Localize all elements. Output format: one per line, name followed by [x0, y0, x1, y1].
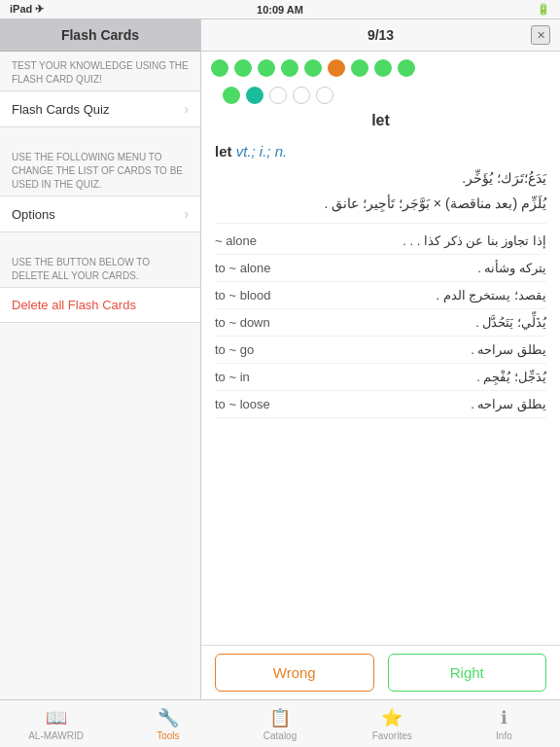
phrase-row: to ~ looseيطلق سراحه .: [215, 391, 546, 418]
tab-bar: 📖AL-MAWRID🔧Tools📋Catalog⭐FavoritesℹInfo: [0, 699, 560, 747]
close-button[interactable]: ✕: [531, 25, 550, 45]
tab-label-catalog: Catalog: [263, 730, 297, 741]
tab-label-info: Info: [496, 730, 512, 741]
right-button[interactable]: Right: [388, 654, 547, 692]
left-panel: Flash Cards TEST YOUR KNOWLEDGE USING TH…: [0, 19, 201, 699]
main-layout: Flash Cards TEST YOUR KNOWLEDGE USING TH…: [0, 19, 560, 699]
phrases-list: ~ aloneإذا تجاوز بنا عن ذكر كذا . . .to …: [215, 228, 546, 418]
arabic-secondary: يُلَزِّم (بعد مناقصة) × بَوَّجَر؛ تَأجِي…: [215, 193, 546, 214]
phrase-arabic: يطلق سراحه .: [341, 397, 546, 411]
phrase-row: to ~ bloodيقصد؛ يستخرج الدم .: [215, 282, 546, 309]
chevron-right-icon-options: ›: [184, 206, 189, 222]
wrong-button[interactable]: Wrong: [215, 654, 374, 692]
tab-icon-al-mawrid: 📖: [46, 707, 67, 729]
progress-dot: [258, 59, 275, 77]
right-panel: 9/13 ✕ let let vt.; i.; n. يَدَعُ؛تَرَك؛…: [201, 19, 560, 699]
progress-dot: [351, 59, 368, 77]
progress-dot: [316, 87, 333, 104]
delete-all-button[interactable]: Delete all Flash Cards: [0, 287, 200, 323]
flash-cards-quiz-label: Flash Cards Quiz: [12, 102, 109, 117]
progress-dot: [281, 59, 298, 77]
phrase-arabic: يطلق سراحه .: [341, 342, 546, 357]
tab-icon-catalog: 📋: [269, 707, 291, 729]
section3-text: USE THE BUTTON BELOW TO DELETE ALL YOUR …: [0, 248, 200, 287]
tab-favorites[interactable]: ⭐Favorites: [336, 703, 448, 745]
phrase-arabic: يُذَلِّي؛ يَتَحُدَّل .: [341, 315, 546, 330]
phrase-row: ~ aloneإذا تجاوز بنا عن ذكر كذا . . .: [215, 228, 546, 255]
phrase-english: to ~ alone: [215, 261, 332, 275]
phrase-row: to ~ downيُذَلِّي؛ يَتَحُدَّل .: [215, 309, 546, 337]
main-entry: let vt.; i.; n.: [215, 143, 546, 160]
tab-catalog[interactable]: 📋Catalog: [224, 703, 335, 745]
tab-label-al-mawrid: AL-MAWRID: [28, 730, 84, 741]
progress-dot: [374, 59, 392, 77]
tab-tools[interactable]: 🔧Tools: [112, 703, 224, 745]
progress-dot: [293, 87, 310, 104]
progress-dots: [211, 59, 550, 104]
phrase-row: to ~ inيُدَجِّل؛ يُفْجِم .: [215, 364, 546, 391]
status-bar: iPad ✈ 10:09 AM 🔋: [0, 0, 560, 19]
phrase-arabic: يتركه وشأنه .: [341, 261, 546, 275]
phrase-english: to ~ loose: [215, 397, 332, 411]
dictionary-content: let vt.; i.; n. يَدَعُ؛تَرَك؛ يُؤَخِّر. …: [201, 135, 560, 645]
phrase-arabic: يُدَجِّل؛ يُفْجِم .: [341, 370, 546, 384]
section-gap-2: [0, 232, 200, 248]
phrase-english: to ~ go: [215, 342, 332, 357]
bottom-buttons: Wrong Right: [201, 645, 560, 699]
tab-label-favorites: Favorites: [372, 730, 412, 741]
phrase-english: to ~ blood: [215, 288, 332, 302]
status-left: iPad ✈: [10, 3, 44, 16]
tab-label-tools: Tools: [157, 730, 179, 741]
dots-area: [201, 52, 560, 108]
tab-icon-favorites: ⭐: [381, 707, 402, 729]
phrase-english: to ~ down: [215, 315, 332, 330]
section2-text: USE THE FOLLOWING MENU TO CHANGE THE LIS…: [0, 143, 200, 196]
progress-dot: [398, 59, 415, 77]
arabic-main: يَدَعُ؛تَرَك؛ يُؤَخِّر.: [215, 167, 546, 189]
progress-dot: [234, 59, 252, 77]
phrase-english: to ~ in: [215, 370, 332, 384]
phrase-arabic: إذا تجاوز بنا عن ذكر كذا . . .: [341, 233, 546, 248]
status-time: 10:09 AM: [257, 4, 303, 16]
tab-info[interactable]: ℹInfo: [448, 703, 560, 745]
word-title: let: [201, 108, 560, 135]
section1-text: TEST YOUR KNOWLEDGE USING THE FLASH CARD…: [0, 52, 200, 90]
progress-dot: [269, 87, 287, 104]
left-panel-header: Flash Cards: [0, 19, 200, 52]
progress-dot: [246, 87, 263, 104]
progress-dot: [304, 59, 322, 77]
phrase-row: to ~ aloneيتركه وشأنه .: [215, 255, 546, 282]
tab-almawrid[interactable]: 📖AL-MAWRID: [0, 703, 112, 745]
phrase-row: to ~ goيطلق سراحه .: [215, 337, 546, 364]
chevron-right-icon: ›: [184, 101, 189, 117]
section-gap-1: [0, 127, 200, 143]
status-right: 🔋: [537, 3, 550, 16]
tab-icon-tools: 🔧: [158, 707, 179, 729]
options-item[interactable]: Options ›: [0, 196, 200, 232]
options-label: Options: [12, 207, 55, 222]
progress-indicator: 9/13: [230, 27, 531, 43]
progress-dot: [211, 59, 228, 77]
phrase-arabic: يقصد؛ يستخرج الدم .: [341, 288, 546, 302]
divider: [215, 223, 546, 224]
right-header: 9/13 ✕: [201, 19, 560, 52]
phrase-english: ~ alone: [215, 233, 332, 248]
tab-icon-info: ℹ: [501, 707, 508, 729]
progress-dot: [223, 87, 240, 104]
progress-dot: [328, 59, 345, 77]
flash-cards-quiz-item[interactable]: Flash Cards Quiz ›: [0, 90, 200, 127]
